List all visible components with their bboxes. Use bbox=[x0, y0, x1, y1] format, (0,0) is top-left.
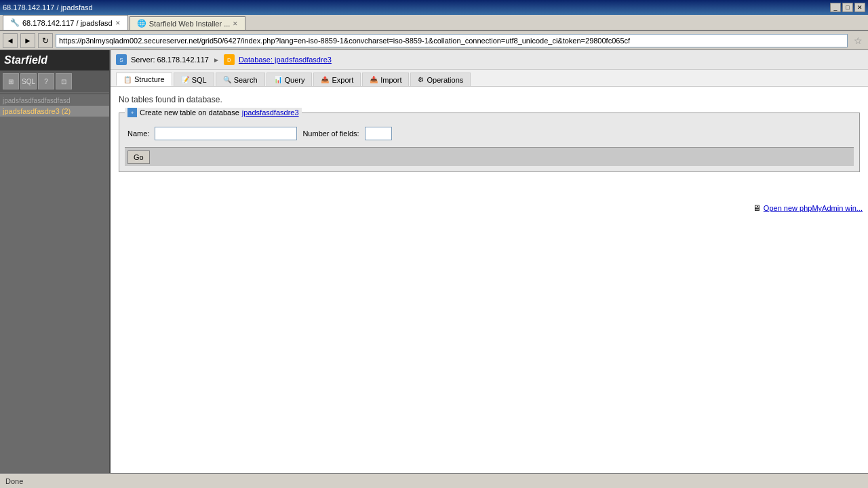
tab-import-label: Import bbox=[380, 76, 401, 84]
db-label[interactable]: Database: jpadsfasdfasdre3 bbox=[239, 56, 332, 64]
status-bar: Done bbox=[0, 473, 868, 488]
title-bar-title: 68.178.142.117 / jpadsfasd bbox=[3, 3, 93, 12]
server-icon: S bbox=[116, 54, 127, 65]
sidebar-icon-2[interactable]: SQL bbox=[20, 73, 37, 89]
query-icon: 📊 bbox=[274, 76, 282, 83]
name-label: Name: bbox=[127, 129, 149, 138]
maximize-button[interactable]: □ bbox=[842, 3, 853, 12]
tab-sql[interactable]: 📝 SQL bbox=[174, 73, 214, 86]
sidebar-db-item[interactable]: jpadsfasdfasdre3 (2) bbox=[0, 106, 109, 117]
tab-operations[interactable]: ⚙ Operations bbox=[410, 73, 471, 86]
back-button[interactable]: ◄ bbox=[3, 33, 18, 48]
export-icon: 📤 bbox=[321, 76, 329, 83]
tab2-label: Starfield Web Installer ... bbox=[149, 20, 231, 28]
create-table-form: Name: Number of fields: bbox=[125, 124, 854, 143]
pma-header: S Server: 68.178.142.117 ► D Database: j… bbox=[111, 50, 868, 70]
tab-sql-label: SQL bbox=[192, 76, 207, 84]
sidebar-icon-3[interactable]: ? bbox=[38, 73, 54, 89]
tab-structure[interactable]: 📋 Structure bbox=[116, 73, 172, 86]
tab-active[interactable]: 🔧 68.178.142.117 / jpadsfasd ✕ bbox=[3, 15, 128, 30]
fields-label: Number of fields: bbox=[302, 129, 359, 138]
forward-button[interactable]: ► bbox=[20, 33, 35, 48]
structure-icon: 📋 bbox=[123, 76, 132, 83]
title-bar: 68.178.142.117 / jpadsfasd _ □ ✕ bbox=[0, 0, 868, 15]
sidebar-divider-1 bbox=[0, 94, 109, 94]
tab-search[interactable]: 🔍 Search bbox=[216, 73, 265, 86]
address-input[interactable] bbox=[56, 34, 848, 47]
db-icon: D bbox=[224, 54, 235, 65]
create-table-title: + Create new table on database jpadsfasd… bbox=[125, 108, 302, 117]
tab-bar: 🔧 68.178.142.117 / jpadsfasd ✕ 🌐 Starfie… bbox=[0, 15, 868, 31]
pma-tabs: 📋 Structure 📝 SQL 🔍 Search 📊 Query bbox=[111, 70, 868, 87]
open-new-window-link[interactable]: Open new phpMyAdmin win... bbox=[764, 204, 863, 212]
tab-search-label: Search bbox=[234, 76, 258, 84]
sidebar-icons: ⊞ SQL ? ⊡ bbox=[0, 70, 109, 92]
breadcrumb-arrow: ► bbox=[213, 56, 220, 64]
title-bar-text: 68.178.142.117 / jpadsfasd bbox=[3, 3, 93, 12]
go-button[interactable]: Go bbox=[127, 150, 150, 164]
minimize-button[interactable]: _ bbox=[830, 3, 841, 12]
status-text: Done bbox=[5, 477, 23, 485]
browser-window: 68.178.142.117 / jpadsfasd _ □ ✕ 🔧 68.17… bbox=[0, 0, 868, 488]
content-wrapper: S Server: 68.178.142.117 ► D Database: j… bbox=[111, 50, 868, 473]
close-button[interactable]: ✕ bbox=[854, 3, 865, 12]
tab2-close-icon[interactable]: ✕ bbox=[233, 20, 238, 27]
tab-import[interactable]: 📥 Import bbox=[362, 73, 409, 86]
pma-window-icon: 🖥 bbox=[753, 203, 761, 213]
tab-inactive[interactable]: 🌐 Starfield Web Installer ... ✕ bbox=[130, 16, 246, 30]
search-icon: 🔍 bbox=[223, 76, 231, 83]
table-name-input[interactable] bbox=[155, 127, 297, 140]
tab-structure-label: Structure bbox=[134, 75, 165, 83]
server-label: Server: 68.178.142.117 bbox=[131, 56, 209, 64]
create-table-db-link[interactable]: jpadsfasdfasdre3 bbox=[242, 108, 299, 117]
content-area: S Server: 68.178.142.117 ► D Database: j… bbox=[111, 50, 868, 473]
address-bar: ◄ ► ↻ ☆ bbox=[0, 31, 868, 50]
title-bar-controls: _ □ ✕ bbox=[830, 3, 865, 12]
tab-query[interactable]: 📊 Query bbox=[267, 73, 313, 86]
create-table-action-bar: Go bbox=[125, 147, 854, 166]
create-table-icon: + bbox=[127, 108, 137, 117]
tab2-icon: 🌐 bbox=[137, 19, 146, 28]
sql-icon: 📝 bbox=[181, 76, 189, 83]
main-layout: Starfield ⊞ SQL ? ⊡ jpadsfasdfasdfasdfas… bbox=[0, 50, 868, 473]
sidebar-icon-4[interactable]: ⊡ bbox=[56, 73, 72, 89]
operations-icon: ⚙ bbox=[418, 76, 424, 83]
fields-count-input[interactable] bbox=[365, 127, 392, 140]
refresh-button[interactable]: ↻ bbox=[38, 33, 53, 48]
tab-close-icon[interactable]: ✕ bbox=[115, 20, 121, 26]
bookmark-icon[interactable]: ☆ bbox=[850, 33, 865, 48]
sidebar-logo: Starfield bbox=[0, 50, 109, 70]
tab-export[interactable]: 📤 Export bbox=[313, 73, 361, 86]
content-body: No tables found in database. + Create ne… bbox=[111, 87, 868, 187]
sidebar-icon-1[interactable]: ⊞ bbox=[3, 73, 19, 89]
footer-area: 🖥 Open new phpMyAdmin win... bbox=[111, 201, 868, 216]
create-table-prefix: Create new table on database bbox=[140, 108, 239, 117]
tab-query-label: Query bbox=[285, 76, 305, 84]
tab-export-label: Export bbox=[332, 76, 353, 84]
create-table-box: + Create new table on database jpadsfasd… bbox=[119, 113, 860, 172]
tab-icon: 🔧 bbox=[10, 18, 20, 27]
no-tables-message: No tables found in database. bbox=[119, 95, 860, 104]
logo-text: Starfield bbox=[4, 54, 47, 66]
sidebar: Starfield ⊞ SQL ? ⊡ jpadsfasdfasdfasdfas… bbox=[0, 50, 111, 473]
import-icon: 📥 bbox=[370, 76, 378, 83]
sidebar-server-item[interactable]: jpadsfasdfasdfasdfasd bbox=[0, 96, 109, 106]
tab-operations-label: Operations bbox=[427, 76, 463, 84]
tab-label: 68.178.142.117 / jpadsfasd bbox=[22, 19, 113, 27]
